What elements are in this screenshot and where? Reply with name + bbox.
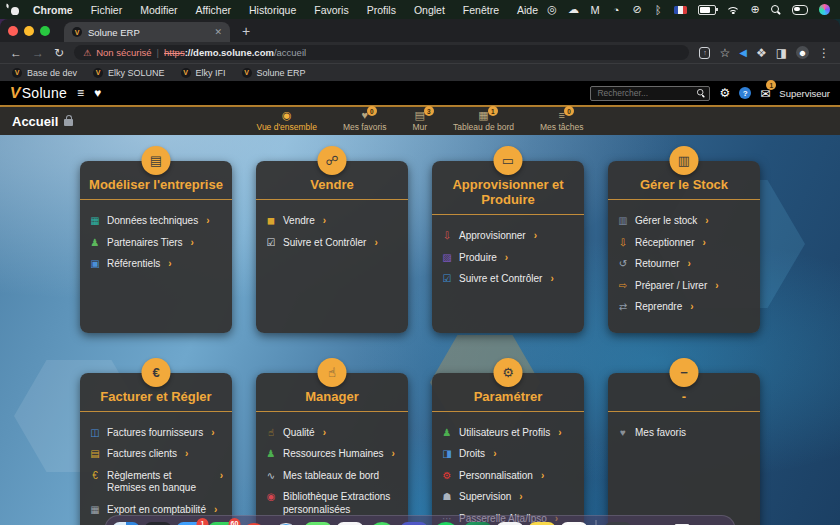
- menu-item-retourner[interactable]: ↺Retourner›: [617, 258, 751, 271]
- menu-item-referentiels[interactable]: ▣Référentiels›: [89, 258, 223, 271]
- menu-afficher[interactable]: Afficher: [187, 4, 240, 16]
- menu-item-vendre[interactable]: ◼Vendre›: [265, 215, 399, 228]
- menu-item-produire[interactable]: ▨Produire›: [441, 252, 575, 265]
- dock-document-icon[interactable]: [669, 522, 696, 525]
- menu-item-factures-clients[interactable]: ▤Factures clients›: [89, 448, 223, 461]
- profile-avatar[interactable]: ☻: [796, 46, 809, 59]
- side-panel-icon[interactable]: ◨: [776, 46, 787, 60]
- menu-item-donnees-techniques[interactable]: ▦Données techniques›: [89, 215, 223, 228]
- bluetooth-icon[interactable]: ᛒ: [653, 4, 663, 16]
- menu-favoris[interactable]: Favoris: [305, 4, 357, 16]
- menu-item-preparer-livrer[interactable]: ⇨Préparer / Livrer›: [617, 280, 751, 293]
- new-tab-button[interactable]: +: [236, 23, 256, 39]
- menu-item-reprendre[interactable]: ⇄Reprendre›: [617, 301, 751, 314]
- share-icon[interactable]: ↑: [699, 47, 710, 59]
- menu-item-partenaires-tiers[interactable]: ♟Partenaires Tiers›: [89, 237, 223, 250]
- spotlight-icon[interactable]: [771, 5, 781, 15]
- forward-icon[interactable]: →: [32, 46, 44, 60]
- dock-trash-icon[interactable]: [701, 522, 728, 525]
- fullscreen-window-button[interactable]: [40, 26, 50, 36]
- dock-slack-icon[interactable]: #: [561, 522, 588, 525]
- menu-historique[interactable]: Historique: [240, 4, 305, 16]
- hamburger-menu-icon[interactable]: ≡: [77, 86, 84, 100]
- extensions-puzzle-icon[interactable]: ❖: [756, 46, 767, 60]
- solune-logo[interactable]: V Solune: [10, 84, 67, 102]
- menu-item-approvisionner[interactable]: ⇩Approvisionner›: [441, 230, 575, 243]
- menu-item-mes-tableaux-de-bord[interactable]: ∿Mes tableaux de bord: [265, 470, 399, 483]
- dock-safari-icon[interactable]: [273, 522, 300, 525]
- menu-item-ressources-humaines[interactable]: ♟Ressources Humaines›: [265, 448, 399, 461]
- dock-molecule-app-icon[interactable]: [605, 522, 632, 525]
- help-icon[interactable]: ?: [739, 87, 751, 99]
- menu-modifier[interactable]: Modifier: [131, 4, 186, 16]
- menu-item-reglements-et-remises-en-banque[interactable]: €Règlements et Remises en banque›: [89, 470, 223, 495]
- menu-item-qualite[interactable]: ☝Qualité›: [265, 427, 399, 440]
- menu-item-suivre-et-controler[interactable]: ☑Suivre et Contrôler›: [441, 273, 575, 286]
- tab-mur[interactable]: ▤3Mur: [408, 109, 431, 133]
- search-icon[interactable]: [697, 89, 705, 97]
- control-center-icon[interactable]: [792, 5, 808, 15]
- dock-finder-icon[interactable]: ◡: [113, 522, 140, 525]
- menu-item-factures-fournisseurs[interactable]: ◫Factures fournisseurs›: [89, 427, 223, 440]
- bookmark-star-icon[interactable]: ☆: [719, 46, 730, 60]
- dock-messages-icon[interactable]: [305, 522, 332, 525]
- url[interactable]: https://demo.solune.com/accueil: [164, 47, 306, 58]
- address-bar[interactable]: ⚠ Non sécurisé | https://demo.solune.com…: [74, 45, 689, 60]
- menu-item-mes-favoris[interactable]: ♥Mes favoris: [617, 427, 751, 440]
- tab-tableau-de-bord[interactable]: ▦1Tableau de bord: [449, 109, 518, 133]
- dock-spotify-icon[interactable]: ≋: [433, 522, 460, 525]
- dock-mail-icon[interactable]: ✉1: [177, 522, 204, 525]
- menu-item-bibliotheque-extractions-personnalisees[interactable]: ◉Bibliothèque Extractions personnalisées: [265, 491, 399, 516]
- bookmark-elky-solune[interactable]: VElky SOLUNE: [93, 68, 165, 78]
- battery-icon[interactable]: [698, 5, 716, 15]
- cloud-icon[interactable]: ☁: [568, 3, 579, 16]
- shortcuts-icon[interactable]: ⊕: [750, 3, 760, 16]
- menu-fichier[interactable]: Fichier: [82, 4, 132, 16]
- mic-muted-icon[interactable]: ⊘: [632, 3, 642, 16]
- dock-teams-icon[interactable]: T: [401, 522, 428, 525]
- menu-aide[interactable]: Aide: [508, 4, 547, 16]
- menu-profils[interactable]: Profils: [358, 4, 405, 16]
- menu-onglet[interactable]: Onglet: [405, 4, 454, 16]
- menu-item-utilisateurs-et-profils[interactable]: ♟Utilisateurs et Profils›: [441, 427, 575, 440]
- menu-item-suivre-et-controler[interactable]: ☑Suivre et Contrôler›: [265, 237, 399, 250]
- bookmark-solune-erp[interactable]: VSolune ERP: [242, 68, 306, 78]
- tab-mes-favoris[interactable]: ♥0Mes favoris: [339, 109, 390, 133]
- menu-kebab-icon[interactable]: ⋮: [818, 46, 830, 60]
- m-app-icon[interactable]: M: [590, 4, 600, 16]
- dock-printer-icon[interactable]: [637, 522, 664, 525]
- search-input[interactable]: [590, 86, 710, 101]
- keyboard-flag-fr-icon[interactable]: [674, 6, 687, 14]
- messages-envelope[interactable]: ✉ 1: [760, 84, 770, 102]
- user-name[interactable]: Superviseur: [779, 88, 830, 99]
- tab-vue-d-ensemble[interactable]: ◉Vue d'ensemble: [253, 109, 321, 133]
- security-warning[interactable]: Non sécurisé: [96, 47, 151, 58]
- extension-arrow-icon[interactable]: ◀: [739, 47, 747, 58]
- wifi-icon[interactable]: [727, 5, 739, 14]
- back-icon[interactable]: ←: [10, 46, 22, 60]
- cast-icon[interactable]: ◎: [547, 3, 557, 16]
- dock-whatsapp-icon[interactable]: ☎: [369, 522, 396, 525]
- bookmark-base-de-dev[interactable]: VBase de dev: [12, 68, 77, 78]
- menu-item-supervision[interactable]: ☗Supervision›: [441, 491, 575, 504]
- dock-facetime-icon[interactable]: 60: [209, 522, 236, 525]
- menu-item-droits[interactable]: ◨Droits›: [441, 448, 575, 461]
- time-machine-icon[interactable]: ◔: [611, 4, 621, 16]
- menu-item-receptionner[interactable]: ⇩Réceptionner›: [617, 237, 751, 250]
- menu-item-personnalisation[interactable]: ⚙Personnalisation›: [441, 470, 575, 483]
- siri-icon[interactable]: [819, 4, 830, 15]
- browser-tab[interactable]: V Solune ERP ✕: [64, 22, 230, 42]
- dock-notes-icon[interactable]: [529, 522, 556, 525]
- menu-chrome[interactable]: Chrome: [24, 4, 82, 16]
- bookmark-elky-ifi[interactable]: VElky IFI: [181, 68, 226, 78]
- reload-icon[interactable]: ↻: [54, 46, 64, 60]
- warning-icon[interactable]: ⚠: [83, 48, 91, 58]
- favorites-heart-icon[interactable]: ♥: [94, 86, 101, 100]
- close-window-button[interactable]: [8, 26, 18, 36]
- menu-fenetre[interactable]: Fenêtre: [454, 4, 508, 16]
- tab-close-icon[interactable]: ✕: [214, 27, 222, 37]
- dock-excel-icon[interactable]: X: [465, 522, 492, 525]
- minimize-window-button[interactable]: [24, 26, 34, 36]
- dock-window-manager-icon[interactable]: [145, 522, 172, 525]
- settings-gear-icon[interactable]: ⚙: [719, 86, 730, 100]
